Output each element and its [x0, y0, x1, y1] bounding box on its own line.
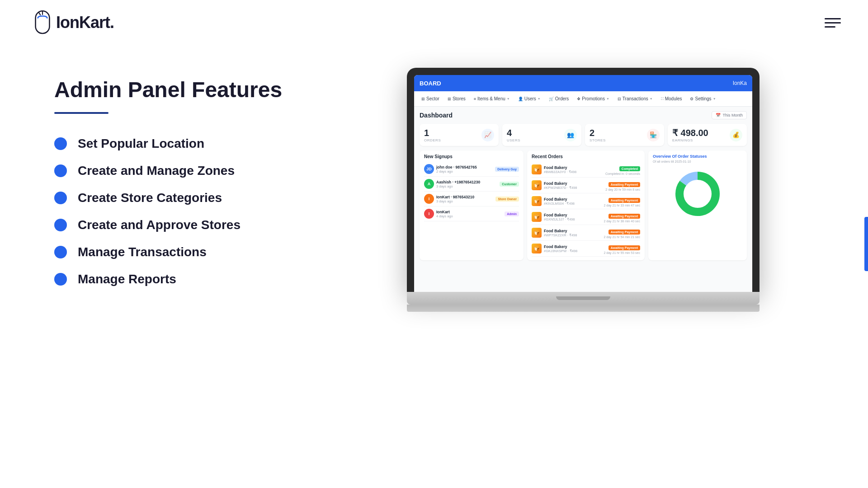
order-right-4: Awaiting Payment 2 day 21 hr 54 min 21 s… — [604, 227, 640, 239]
svg-line-1 — [38, 12, 40, 15]
order-item-0: 🍞 Food Bakery #BWB2ZA3Y0 · ₹498 Complete… — [532, 162, 640, 178]
donut-hole — [686, 182, 709, 206]
order-id-0: #BWB2ZA3Y0 · ₹498 — [544, 170, 576, 174]
db-chart-title: Overview Of Order Statuses — [653, 154, 742, 159]
settings-label: Settings — [695, 96, 711, 101]
signup-meta-0: 2 days ago — [436, 169, 477, 174]
stat-stores-icon: 🏪 — [647, 129, 660, 141]
items-arrow: ▼ — [507, 97, 510, 100]
feature-item-4: Manage Transactions — [54, 245, 289, 259]
db-menu-promotions[interactable]: ❖ Promotions ▼ — [573, 94, 613, 103]
order-right-3: Awaiting Payment 2 day 21 hr 38 min 40 s… — [604, 211, 640, 223]
feature-dot-1 — [54, 164, 67, 177]
feature-item-5: Manage Reports — [54, 272, 289, 286]
header: IonKart. — [0, 0, 868, 45]
feature-label-4: Manage Transactions — [78, 245, 207, 259]
order-name-4: Food Bakery — [544, 229, 577, 233]
order-info-1: Food Bakery #KPW2NB37D · ₹498 — [544, 181, 577, 190]
db-content: Dashboard 📅 This Month 1 — [414, 107, 752, 292]
db-signups-title: New Signups — [424, 154, 519, 159]
order-left-1: 🍞 Food Bakery #KPW2NB37D · ₹498 — [532, 180, 577, 190]
signup-badge-1: Customer — [500, 182, 519, 187]
feature-label-0: Set Popular Location — [78, 136, 204, 151]
db-menu-users[interactable]: 👤 Users ▼ — [514, 94, 544, 103]
signup-avatar-1: A — [424, 179, 434, 189]
db-menu-modules[interactable]: ∷ Modules — [657, 94, 686, 103]
order-time-5: 2 day 21 hr 55 min 53 sec — [604, 251, 640, 254]
order-name-5: Food Bakery — [544, 244, 577, 249]
signup-info-3: IonKart 4 days ago — [436, 210, 453, 218]
signup-left-2: I IonKart · 9876543210 3 days ago — [424, 194, 474, 204]
order-left-3: 🍞 Food Bakery #GXN5JL3J7 · ₹498 — [532, 212, 575, 222]
title-underline — [54, 112, 108, 114]
feature-dot-3 — [54, 219, 67, 231]
order-time-2: 2 day 21 hr 33 min 47 sec — [604, 204, 640, 207]
users-label: Users — [524, 96, 536, 101]
db-menu-items-menu[interactable]: ≡ Items & Menu ▼ — [470, 94, 514, 103]
order-status-3: Awaiting Payment — [609, 214, 640, 219]
db-menu-transactions[interactable]: ⊟ Transactions ▼ — [614, 94, 656, 103]
users-icon: 👤 — [518, 97, 523, 101]
orders-label: Orders — [555, 96, 569, 101]
db-signups-section: New Signups JD john doe · 9876542765 2 d… — [420, 150, 524, 260]
db-menu-stores[interactable]: ⊞ Stores — [444, 94, 469, 103]
order-status-2: Awaiting Payment — [609, 198, 640, 203]
stat-stores-label: STORES — [590, 138, 606, 142]
signup-name-1: Aashish · +19876541230 — [436, 180, 480, 184]
logo-text: IonKart. — [56, 13, 114, 32]
order-id-4: #WP7SKZ2XR · ₹498 — [544, 233, 577, 237]
order-id-2: #KtV2LMS04 · ₹498 — [544, 202, 575, 206]
stat-users-icon: 👥 — [564, 129, 577, 141]
dashboard: BOARD IonKa ⊞ Sector ⊞ Stores — [414, 75, 752, 292]
feature-list: Set Popular Location Create and Manage Z… — [54, 136, 289, 286]
order-right-5: Awaiting Payment 2 day 21 hr 55 min 53 s… — [604, 243, 640, 254]
db-chart-section: Overview Of Order Statuses Of all orders… — [648, 150, 747, 260]
stat-stores-number: 2 — [590, 128, 606, 138]
order-id-3: #GXN5JL3J7 · ₹498 — [544, 217, 575, 221]
stat-orders-number: 1 — [424, 128, 441, 138]
signup-badge-2: Store Owner — [495, 197, 519, 202]
order-info-2: Food Bakery #KtV2LMS04 · ₹498 — [544, 197, 575, 206]
order-status-4: Awaiting Payment — [609, 230, 640, 235]
orders-icon: 🛒 — [549, 97, 554, 101]
transactions-icon: ⊟ — [618, 97, 621, 101]
laptop-notch — [556, 296, 610, 300]
db-menu-orders[interactable]: 🛒 Orders — [545, 94, 573, 103]
laptop-screen-inner: BOARD IonKa ⊞ Sector ⊞ Stores — [414, 75, 752, 292]
feature-label-2: Create Store Categories — [78, 191, 222, 205]
db-nav-right: IonKa — [733, 80, 747, 86]
stat-users-label: USERS — [507, 138, 520, 142]
order-name-2: Food Bakery — [544, 197, 575, 202]
order-left-0: 🍞 Food Bakery #BWB2ZA3Y0 · ₹498 — [532, 164, 576, 174]
db-orders-section: Recent Orders 🍞 Food Bakery #BWB2ZA3Y0 ·… — [527, 150, 645, 260]
db-menu-settings[interactable]: ⚙ Settings ▼ — [686, 94, 719, 103]
db-page-title: Dashboard — [420, 112, 453, 119]
signup-badge-0: Delivery Guy — [495, 167, 519, 172]
items-label: Items & Menu — [477, 96, 505, 101]
order-status-0: Completed — [619, 166, 640, 171]
feature-label-1: Create and Manage Zones — [78, 164, 235, 178]
db-chart-subtitle: Of all orders till 2025-01-10 — [653, 160, 742, 163]
logo: IonKart. — [27, 9, 114, 36]
order-img-2: 🍞 — [532, 196, 542, 206]
signup-meta-1: 3 days ago — [436, 184, 480, 188]
order-right-2: Awaiting Payment 2 day 21 hr 33 min 47 s… — [604, 195, 640, 207]
modules-icon: ∷ — [661, 97, 664, 101]
db-menu: ⊞ Sector ⊞ Stores ≡ Items & Menu ▼ — [414, 91, 752, 107]
db-month-button[interactable]: 📅 This Month — [712, 111, 747, 119]
db-orders-title: Recent Orders — [532, 154, 640, 159]
db-menu-sector[interactable]: ⊞ Sector — [418, 94, 443, 103]
sector-label: Sector — [426, 96, 439, 101]
stat-earnings-info: ₹ 498.00 EARNINGS — [672, 127, 708, 142]
signup-info-0: john doe · 9876542765 2 days ago — [436, 165, 477, 174]
transactions-label: Transactions — [623, 96, 648, 101]
order-img-4: 🍞 — [532, 228, 542, 238]
donut-svg — [670, 167, 725, 221]
stat-earnings-label: EARNINGS — [672, 138, 708, 142]
settings-arrow: ▼ — [713, 97, 716, 100]
hamburger-menu[interactable] — [825, 18, 841, 28]
order-id-1: #KPW2NB37D · ₹498 — [544, 186, 577, 190]
order-left-4: 🍞 Food Bakery #WP7SKZ2XR · ₹498 — [532, 228, 577, 238]
stat-users-number: 4 — [507, 128, 520, 138]
signup-avatar-2: I — [424, 194, 434, 204]
